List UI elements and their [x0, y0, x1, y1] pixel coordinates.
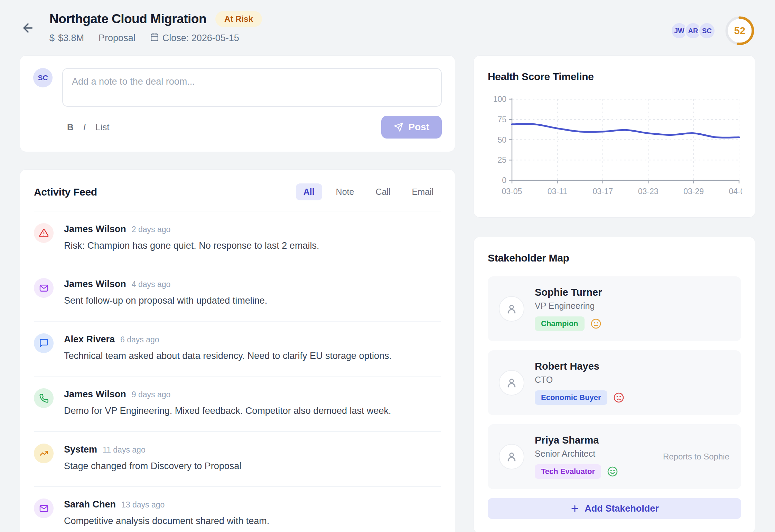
- stakeholder-role-badge: Tech Evaluator: [535, 464, 601, 479]
- stakeholder-card: Robert HayesCTOEconomic Buyer: [488, 350, 741, 415]
- svg-text:03-11: 03-11: [548, 187, 567, 196]
- person-icon: [499, 296, 524, 322]
- calendar-icon: [150, 32, 159, 44]
- stakeholder-role: CTO: [535, 375, 625, 385]
- deal-amount: $ $3.8M: [49, 33, 84, 44]
- svg-text:03-05: 03-05: [502, 187, 522, 196]
- page-title: Northgate Cloud Migration: [49, 12, 206, 26]
- activity-timestamp: 4 days ago: [132, 280, 171, 289]
- chat-bubble-icon: [34, 333, 54, 353]
- activity-item: James Wilson2 days agoRisk: Champion has…: [34, 211, 441, 266]
- person-icon: [499, 370, 524, 396]
- svg-text:03-23: 03-23: [638, 187, 659, 196]
- person-icon: [499, 444, 524, 469]
- title-block: Northgate Cloud Migration At Risk $ $3.8…: [49, 11, 262, 44]
- alert-triangle-icon: [34, 223, 54, 243]
- stakeholder-card: Priya SharmaSenior ArchitectTech Evaluat…: [488, 424, 741, 489]
- svg-text:04-04: 04-04: [729, 187, 742, 196]
- stakeholder-name: Priya Sharma: [535, 435, 618, 446]
- note-composer-card: SC B I List Post: [20, 55, 455, 152]
- header-right: JWARSC 52: [670, 15, 755, 46]
- add-stakeholder-button[interactable]: Add Stakeholder: [488, 498, 741, 519]
- feed-tab-all[interactable]: All: [296, 183, 322, 200]
- health-line-chart: 025507510003-0503-1103-1703-2303-2904-04: [488, 95, 741, 204]
- activity-author: James Wilson: [64, 224, 126, 235]
- activity-author: Alex Rivera: [64, 334, 115, 345]
- post-button[interactable]: Post: [381, 116, 442, 139]
- activity-text: Risk: Champion has gone quiet. No respon…: [64, 239, 319, 252]
- activity-item: Alex Rivera6 days agoTechnical team aske…: [34, 322, 441, 377]
- health-timeline-card: Health Score Timeline 025507510003-0503-…: [474, 55, 755, 218]
- stakeholder-map-card: Stakeholder Map Sophie TurnerVP Engineer…: [474, 237, 755, 532]
- send-icon: [394, 122, 403, 132]
- dollar-icon: $: [49, 33, 55, 44]
- deal-close-date: Close: 2026-05-15: [150, 32, 239, 44]
- arrow-left-icon: [21, 21, 35, 36]
- svg-text:0: 0: [502, 176, 506, 185]
- activity-item: Sarah Chen13 days agoCompetitive analysi…: [34, 487, 441, 532]
- activity-timestamp: 13 days ago: [121, 500, 165, 510]
- feed-tab-email[interactable]: Email: [404, 183, 441, 200]
- activity-timestamp: 6 days ago: [120, 335, 159, 344]
- stakeholder-role-badge: Champion: [535, 316, 585, 331]
- activity-item: James Wilson9 days agoDemo for VP Engine…: [34, 377, 441, 431]
- health-timeline-title: Health Score Timeline: [488, 71, 741, 83]
- team-avatar-stack: JWARSC: [670, 22, 716, 40]
- stakeholder-name: Sophie Turner: [535, 287, 602, 298]
- svg-text:100: 100: [493, 95, 506, 104]
- svg-text:25: 25: [497, 155, 506, 164]
- plus-icon: [570, 504, 580, 513]
- activity-timestamp: 9 days ago: [132, 390, 171, 399]
- status-badge: At Risk: [215, 11, 262, 27]
- neutral-face-icon: [590, 318, 602, 330]
- activity-text: Sent follow-up on proposal with updated …: [64, 294, 267, 307]
- activity-feed-card: Activity Feed AllNoteCallEmail James Wil…: [20, 169, 455, 532]
- stakeholder-card: Sophie TurnerVP EngineeringChampion: [488, 276, 741, 341]
- trending-up-icon: [34, 444, 54, 463]
- svg-text:03-17: 03-17: [592, 187, 613, 196]
- stakeholder-role: VP Engineering: [535, 301, 602, 311]
- stakeholder-role: Senior Architect: [535, 449, 618, 459]
- phone-icon: [34, 388, 54, 408]
- sad-face-icon: [613, 392, 625, 403]
- mail-icon: [34, 498, 54, 518]
- deal-room-page: Northgate Cloud Migration At Risk $ $3.8…: [0, 0, 775, 532]
- activity-feed-title: Activity Feed: [34, 186, 97, 198]
- stakeholder-note: Reports to Sophie: [663, 452, 729, 462]
- mail-icon: [34, 278, 54, 298]
- stakeholder-role-badge: Economic Buyer: [535, 390, 607, 405]
- current-user-avatar: SC: [33, 68, 53, 87]
- activity-author: Sarah Chen: [64, 499, 116, 510]
- activity-timestamp: 2 days ago: [132, 225, 171, 234]
- health-score-ring: 52: [724, 15, 755, 46]
- activity-text: Demo for VP Engineering. Mixed feedback.…: [64, 405, 391, 417]
- note-input[interactable]: [62, 68, 442, 107]
- stakeholder-map-title: Stakeholder Map: [488, 252, 741, 264]
- feed-item-list: James Wilson2 days agoRisk: Champion has…: [34, 211, 441, 532]
- activity-author: System: [64, 444, 97, 455]
- stakeholder-list: Sophie TurnerVP EngineeringChampionRober…: [488, 276, 741, 489]
- svg-text:50: 50: [497, 135, 506, 144]
- list-button[interactable]: List: [91, 120, 114, 135]
- feed-tab-note[interactable]: Note: [328, 183, 362, 200]
- feed-tab-call[interactable]: Call: [368, 183, 398, 200]
- feed-filter-tabs: AllNoteCallEmail: [296, 183, 441, 200]
- activity-item: James Wilson4 days agoSent follow-up on …: [34, 266, 441, 321]
- avatar: SC: [698, 22, 716, 40]
- activity-item: System11 days agoStage changed from Disc…: [34, 432, 441, 487]
- back-button[interactable]: [20, 20, 36, 37]
- activity-text: Competitive analysis document shared wit…: [64, 515, 269, 527]
- bold-button[interactable]: B: [62, 120, 78, 135]
- deal-stage: Proposal: [99, 33, 136, 44]
- italic-button[interactable]: I: [78, 120, 91, 135]
- deal-meta: $ $3.8M Proposal Close: 2026-05-15: [49, 32, 262, 44]
- activity-text: Stage changed from Discovery to Proposal: [64, 460, 241, 472]
- activity-author: James Wilson: [64, 279, 126, 289]
- activity-author: James Wilson: [64, 389, 126, 400]
- stakeholder-name: Robert Hayes: [535, 361, 625, 372]
- activity-timestamp: 11 days ago: [103, 445, 146, 455]
- happy-face-icon: [607, 466, 618, 477]
- svg-text:75: 75: [497, 115, 506, 124]
- health-score-value: 52: [724, 15, 755, 46]
- svg-text:03-29: 03-29: [683, 187, 704, 196]
